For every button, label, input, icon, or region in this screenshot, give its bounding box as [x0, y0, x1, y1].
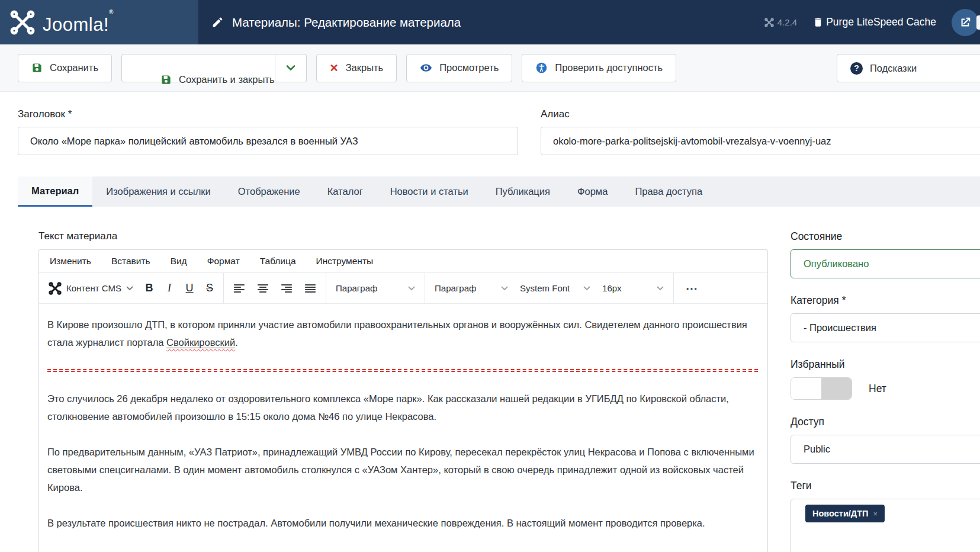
category-label: Категория * — [791, 294, 980, 307]
font-size-dropdown[interactable]: 16px — [597, 280, 669, 297]
tab-publishing[interactable]: Публикация — [482, 176, 564, 207]
settings-sidebar: Состояние Опубликовано Категория * - Про… — [791, 230, 980, 552]
more-toolbar-button[interactable]: ⋯ — [679, 278, 705, 299]
joomla-admin-page: Joomla!® Материалы: Редактирование матер… — [0, 0, 980, 552]
preview-button[interactable]: Просмотреть — [406, 54, 512, 82]
menu-insert[interactable]: Вставить — [111, 256, 150, 267]
paragraph: Напомним, в этот день произошло ещё три … — [47, 550, 758, 552]
spellcheck-link[interactable]: Свойкировский — [166, 337, 235, 348]
menu-table[interactable]: Таблица — [260, 256, 296, 267]
featured-toggle[interactable] — [791, 377, 852, 400]
block-format-group: Параграф — [326, 273, 425, 303]
title-alias-row: Заголовок * Алиас — [0, 92, 980, 155]
chevron-down-icon — [408, 286, 415, 291]
action-toolbar: Сохранить Сохранить и закрыть — [0, 44, 980, 92]
header: Joomla!® Материалы: Редактирование матер… — [0, 0, 980, 44]
tab-form[interactable]: Форма — [564, 176, 621, 207]
preview-site-button[interactable] — [952, 9, 979, 36]
tags-input[interactable]: Новости/ДТП × — [791, 499, 980, 552]
rich-text-editor: Изменить Вставить Вид Формат Таблица Инс… — [38, 249, 768, 552]
tab-display[interactable]: Отображение — [224, 176, 314, 207]
purge-cache-button[interactable]: Purge LiteSpeed Cache — [812, 16, 936, 28]
status-block: Состояние Опубликовано — [791, 230, 980, 278]
accessibility-check-button[interactable]: Проверить доступность — [522, 54, 676, 82]
alias-label: Алиас — [541, 108, 980, 120]
access-select[interactable]: Public — [791, 435, 980, 464]
article-text-label: Текст материала — [38, 230, 768, 242]
toggle-knob — [791, 378, 821, 399]
font-group: Параграф System Font 16px — [425, 273, 673, 303]
tags-label: Теги — [791, 480, 980, 492]
page-title-wrap: Материалы: Редактирование материала — [211, 15, 461, 30]
menu-tools[interactable]: Инструменты — [316, 256, 374, 267]
bold-button[interactable]: B — [140, 278, 158, 298]
header-right: 4.2.4 Purge LiteSpeed Cache — [764, 9, 969, 36]
save-icon — [31, 62, 43, 73]
status-label: Состояние — [791, 230, 980, 243]
purge-cache-label: Purge LiteSpeed Cache — [826, 16, 936, 28]
alias-input[interactable] — [541, 127, 980, 155]
toggle-track — [821, 378, 852, 399]
underline-button[interactable]: U — [181, 278, 198, 298]
save-button[interactable]: Сохранить — [18, 54, 112, 82]
tab-material[interactable]: Материал — [18, 176, 92, 207]
header-main: Материалы: Редактирование материала 4.2.… — [198, 0, 980, 44]
trash-icon — [812, 16, 824, 28]
tags-block: Теги Новости/ДТП × — [791, 480, 980, 552]
tab-images-links[interactable]: Изображения и ссылки — [92, 176, 224, 207]
category-select[interactable]: - Происшествия — [791, 313, 980, 342]
cut-off-element — [976, 15, 980, 30]
tag-remove-icon[interactable]: × — [873, 509, 878, 518]
align-left-button[interactable] — [229, 279, 250, 298]
editor-menubar: Изменить Вставить Вид Формат Таблица Инс… — [39, 250, 767, 273]
help-button[interactable]: ? Подсказки — [837, 54, 980, 82]
access-block: Доступ Public — [791, 416, 980, 464]
status-select[interactable]: Опубликовано — [791, 249, 980, 278]
joomla-version: 4.2.4 — [764, 17, 797, 27]
chevron-down-icon — [126, 286, 133, 291]
category-block: Категория * - Происшествия — [791, 294, 980, 342]
paragraph-format-dropdown[interactable]: Параграф — [430, 280, 513, 297]
joomla-brand[interactable]: Joomla!® — [0, 0, 198, 44]
menu-view[interactable]: Вид — [171, 256, 187, 267]
alias-field-block: Алиас — [541, 108, 980, 155]
readmore-separator — [47, 369, 758, 372]
joomla-version-icon — [764, 18, 774, 27]
main-content: Текст материала Изменить Вставить Вид Фо… — [0, 207, 980, 552]
editor-column: Текст материала Изменить Вставить Вид Фо… — [38, 230, 768, 552]
close-button[interactable]: ✕ Закрыть — [316, 54, 397, 82]
tab-permissions[interactable]: Права доступа — [621, 176, 716, 207]
editor-content[interactable]: В Кирове произошло ДТП, в котором принял… — [39, 304, 767, 552]
save-options-dropdown-button[interactable] — [275, 54, 307, 82]
joomla-cms-icon — [49, 282, 62, 295]
menu-format[interactable]: Формат — [207, 256, 240, 267]
save-close-button[interactable]: Сохранить и закрыть — [121, 54, 275, 82]
menu-edit[interactable]: Изменить — [50, 256, 91, 267]
editor-toolbar: Контент CMS B I U S — [39, 273, 767, 304]
accessibility-icon — [535, 62, 548, 74]
strikethrough-button[interactable]: S — [201, 278, 219, 298]
tab-news-articles[interactable]: Новости и статьи — [377, 176, 482, 207]
cms-content-dropdown[interactable]: Контент CMS — [44, 278, 138, 299]
brand-wordmark: Joomla!® — [43, 9, 114, 36]
featured-value: Нет — [869, 383, 886, 395]
chevron-down-icon — [501, 286, 508, 291]
save-icon — [160, 74, 172, 85]
font-family-dropdown[interactable]: System Font — [515, 280, 595, 297]
joomla-logo-icon — [9, 9, 36, 36]
external-link-icon — [959, 16, 972, 29]
title-input[interactable] — [18, 127, 518, 155]
tab-catalog[interactable]: Каталог — [314, 176, 377, 207]
version-number: 4.2.4 — [777, 17, 797, 27]
block-format-dropdown[interactable]: Параграф — [331, 280, 420, 297]
align-justify-button[interactable] — [300, 279, 321, 298]
align-right-button[interactable] — [276, 279, 297, 298]
italic-button[interactable]: I — [160, 278, 178, 298]
title-field-block: Заголовок * — [18, 108, 518, 155]
close-icon: ✕ — [330, 62, 339, 75]
cms-content-group: Контент CMS B I U S — [39, 273, 223, 303]
save-close-split-button: Сохранить и закрыть — [121, 54, 307, 82]
access-label: Доступ — [791, 416, 980, 428]
chevron-down-icon — [657, 286, 664, 291]
align-center-button[interactable] — [252, 279, 274, 298]
